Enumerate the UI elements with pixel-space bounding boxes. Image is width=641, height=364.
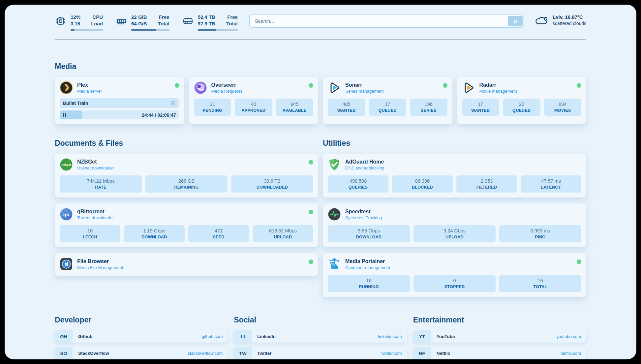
utilities-column: Utilities AdGuard Home (323, 124, 586, 297)
app-subtitle: Media File Management (77, 265, 304, 271)
linkedin-abbr-icon: LI (234, 330, 252, 343)
disk-label-2: Total (224, 20, 238, 27)
stat-series: 196 SERIES (410, 99, 447, 116)
dashboard-panel: 12% 3.15 CPU Load (5, 5, 636, 359)
google-search-button[interactable]: G (508, 16, 523, 26)
stat-approved: 40 APPROVED (235, 99, 272, 116)
app-subtitle: Container management (345, 265, 572, 271)
ram-progress-fill (131, 29, 156, 31)
stat-latency: 47.57 ms LATENCY (521, 175, 581, 193)
status-dot (175, 83, 179, 88)
app-title: Plex (77, 81, 170, 88)
playback-time: 24:44 / 02:06:47 (142, 112, 176, 118)
stat-available: 945 AVAILABLE (276, 99, 314, 116)
nzbget-icon: nzbget (60, 158, 73, 171)
app-title: AdGuard Home (345, 158, 581, 165)
app-subtitle: Usenet downloader (77, 165, 304, 171)
app-subtitle: Movie management (479, 88, 573, 94)
app-title: qBittorrent (77, 208, 304, 215)
stat-download: 9.65 Gbps DOWNLOAD (328, 225, 410, 242)
overseerr-icon (194, 81, 207, 94)
twitter-abbr-icon: TW (234, 347, 252, 359)
cpu-stat: 12% 3.15 CPU Load (55, 14, 103, 31)
app-title: Media Portainer (345, 258, 572, 265)
link-github[interactable]: GH Github github.com (55, 330, 228, 343)
app-card-speedtest[interactable]: Speedtest Speedtest Tracking 9.65 Gbps D… (323, 203, 586, 247)
app-card-portainer[interactable]: Media Portainer Container management 16 … (323, 253, 586, 297)
cpu-usage: 12% (71, 14, 80, 20)
app-subtitle: Speedtest Tracking (345, 215, 581, 221)
link-netflix[interactable]: NF Netflix netflix.com (413, 347, 586, 359)
link-stackoverflow[interactable]: SO StackOverflow stackoverflow.com (55, 347, 228, 359)
status-dot (309, 259, 313, 264)
link-youtube[interactable]: YT YouTube youtube.com (413, 330, 586, 343)
ram-free: 22 GiB (131, 14, 147, 20)
app-card-adguard[interactable]: AdGuard Home DNS and adblocking 498,508 … (323, 154, 586, 197)
status-dot (577, 259, 581, 264)
disk-progress-fill (198, 29, 216, 31)
disk-icon (182, 14, 194, 28)
stackoverflow-abbr-icon: SO (55, 347, 73, 359)
stat-ping: 0.993 ms PING (499, 225, 581, 242)
youtube-abbr-icon: YT (413, 330, 431, 343)
cpu-progress-track (71, 29, 103, 31)
stat-queued: 17 QUEUED (369, 99, 407, 116)
session-icon[interactable] (170, 100, 176, 106)
playback-progress: 24:44 / 02:06:47 (60, 110, 179, 119)
stat-wanted: 17 WANTED (462, 99, 500, 116)
section-title-documents: Documents & Files (55, 139, 318, 148)
stat-filtered: 2,953 FILTERED (456, 175, 517, 193)
stat-blocked: 86,396 BLOCKED (392, 175, 453, 193)
dashboard: 12% 3.15 CPU Load (0, 0, 641, 364)
ram-progress-track (131, 29, 169, 31)
portainer-icon (328, 258, 341, 271)
stat-download: 1.19 Gbps DOWNLOAD (124, 225, 185, 242)
section-title-social: Social (234, 316, 407, 324)
link-twitter[interactable]: TW Twitter twitter.com (234, 347, 407, 359)
ram-icon (115, 14, 127, 28)
qbittorrent-icon: qb (60, 208, 73, 221)
app-card-radarr[interactable]: Radarr Movie management 17 WANTED 22 QUE… (457, 77, 587, 124)
app-card-overseerr[interactable]: Overseerr Media Requests 21 PENDING 40 A… (189, 77, 319, 124)
app-card-nzbget[interactable]: nzbget NZBGet Usenet downloader 744.21 M… (55, 154, 318, 197)
weather-location: Lviv, 16.87°C (553, 14, 586, 20)
cpu-label-1: CPU (89, 14, 103, 20)
disk-free: 52.4 TB (198, 14, 215, 20)
plex-icon (60, 81, 73, 94)
app-card-sonarr[interactable]: Sonarr Series management 485 WANTED 17 Q… (323, 77, 452, 124)
app-title: File Browser (77, 258, 304, 265)
disk-total: 97.9 TB (198, 20, 215, 27)
stat-seed: 471 SEED (188, 225, 249, 242)
stat-rate: 744.21 Mbps RATE (60, 175, 142, 193)
pause-icon[interactable] (63, 113, 66, 117)
status-dot (443, 83, 447, 88)
status-dot (309, 210, 313, 214)
app-card-filebrowser[interactable]: File Browser Media File Management (55, 253, 318, 276)
netflix-abbr-icon: NF (413, 347, 431, 359)
now-playing-row: Bullet Train (60, 98, 179, 108)
app-card-qbittorrent[interactable]: qb qBittorrent Torrent downloader 16 (55, 203, 318, 247)
cloud-icon (534, 15, 549, 26)
stat-movies: 834 MOVIES (544, 99, 582, 116)
app-title: Radarr (479, 81, 573, 88)
header-divider (55, 40, 586, 40)
stat-remaining: 266 GB REMAINING (145, 175, 228, 193)
search-bar: G (249, 15, 524, 28)
cpu-icon (55, 14, 67, 28)
link-linkedin[interactable]: LI LinkedIn linkedin.com (234, 330, 407, 343)
ram-label-2: Total (156, 20, 169, 27)
stat-queued: 22 QUEUED (503, 99, 540, 116)
stat-wanted: 485 WANTED (328, 99, 365, 116)
app-title: Sonarr (345, 81, 439, 88)
adguard-icon (328, 158, 341, 171)
stat-upload: 9.24 Gbps UPLOAD (413, 225, 496, 242)
speedtest-icon (328, 208, 341, 221)
app-card-plex[interactable]: Plex Media server Bullet Train (55, 77, 184, 124)
search-input[interactable] (249, 15, 524, 28)
app-subtitle: Series management (345, 88, 439, 94)
cpu-label-2: Load (89, 20, 103, 27)
stat-downloaded: 39.6 TB DOWNLOADED (231, 175, 313, 193)
svg-text:nzbget: nzbget (62, 163, 71, 167)
sonarr-icon (328, 81, 341, 94)
status-dot (577, 83, 581, 88)
